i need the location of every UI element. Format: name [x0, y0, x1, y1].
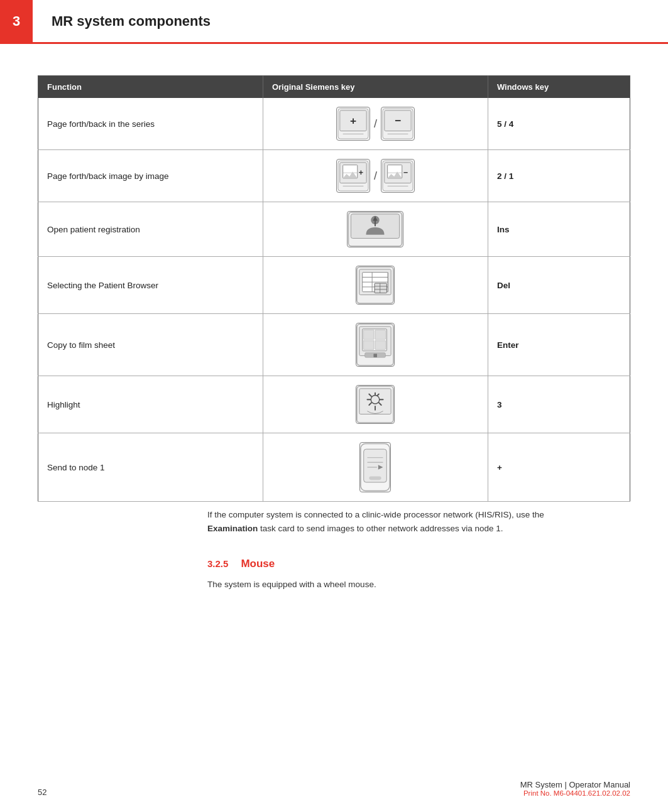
table-row: Page forth/back in the series + / [38, 98, 630, 150]
table-row: Copy to film sheet [38, 314, 630, 376]
svg-point-50 [371, 395, 380, 404]
key-highlight-icon [356, 385, 395, 424]
function-cell: Selecting the Patient Browser [38, 257, 263, 314]
table-row: Page forth/back image by image + [38, 150, 630, 202]
table-row: Open patient registration [38, 202, 630, 257]
key-img-minus-icon: − [381, 159, 415, 193]
function-cell: Copy to film sheet [38, 314, 263, 376]
section-title: Mouse [241, 558, 275, 570]
key-pair: + / − [272, 159, 479, 193]
page-header: 3 MR system components [0, 0, 668, 44]
table-row: Send to node 1 [38, 433, 630, 502]
svg-text:▦: ▦ [373, 353, 378, 357]
footer-page-number: 52 [38, 788, 47, 797]
key-browser-icon [356, 266, 395, 305]
svg-rect-45 [375, 340, 385, 350]
svg-rect-44 [364, 340, 374, 350]
svg-text:+: + [359, 168, 363, 177]
key-pair: + / − [272, 107, 479, 141]
section-number: 3.2.5 [207, 558, 228, 569]
key-icon-cell [263, 257, 488, 314]
svg-rect-43 [375, 330, 385, 340]
keys-table: Function Original Siemens key Windows ke… [38, 75, 630, 502]
key-separator: / [374, 117, 377, 131]
win-key-cell: Enter [488, 314, 630, 376]
col-function: Function [38, 76, 263, 99]
section-body: The system is equipped with a wheel mous… [207, 578, 572, 592]
function-cell: Highlight [38, 376, 263, 433]
function-cell: Send to node 1 [38, 433, 263, 502]
note-block: If the computer system is connected to a… [207, 508, 572, 535]
win-key-cell: 5 / 4 [488, 98, 630, 150]
note-bold-text: Examination [207, 524, 258, 533]
col-siemens-key: Original Siemens key [263, 76, 488, 99]
key-img-plus-icon: + [336, 159, 370, 193]
section-heading: 3.2.5 Mouse [207, 558, 630, 570]
win-key-cell: Del [488, 257, 630, 314]
col-windows-key: Windows key [488, 76, 630, 99]
note-text-before: If the computer system is connected to a… [207, 510, 544, 519]
table-row: Selecting the Patient Browser [38, 257, 630, 314]
key-icon-cell [263, 202, 488, 257]
svg-text:−: − [395, 114, 401, 127]
key-icon-cell: + / − [263, 150, 488, 202]
footer-product: MR System | Operator Manual [520, 780, 630, 789]
key-filmsheet-icon: ▦ [356, 323, 395, 367]
note-text-after: task card to send images to other networ… [258, 524, 503, 533]
table-row: Highlight 3 [38, 376, 630, 433]
svg-rect-35 [375, 283, 386, 293]
key-sendnode-icon [359, 442, 391, 492]
key-icon-cell: ▦ [263, 314, 488, 376]
key-icon-cell [263, 376, 488, 433]
win-key-cell: + [488, 433, 630, 502]
function-cell: Page forth/back in the series [38, 98, 263, 150]
key-minus-icon: − [381, 107, 415, 141]
footer-print-no: Print No. M6-04401.621.02.02.02 [520, 789, 630, 797]
chapter-title: MR system components [33, 13, 211, 30]
key-icon-cell [263, 433, 488, 502]
chapter-number: 3 [0, 0, 33, 43]
svg-rect-57 [370, 476, 381, 480]
key-separator: / [374, 170, 377, 183]
function-cell: Open patient registration [38, 202, 263, 257]
win-key-cell: Ins [488, 202, 630, 257]
table-header-row: Function Original Siemens key Windows ke… [38, 76, 630, 99]
svg-text:−: − [403, 168, 408, 177]
svg-rect-42 [364, 330, 374, 340]
win-key-cell: 2 / 1 [488, 150, 630, 202]
key-plus-icon: + [336, 107, 370, 141]
function-cell: Page forth/back image by image [38, 150, 263, 202]
win-key-cell: 3 [488, 376, 630, 433]
main-content: Function Original Siemens key Windows ke… [0, 44, 668, 610]
svg-text:+: + [350, 114, 356, 127]
key-registration-icon [347, 211, 403, 247]
footer-right: MR System | Operator Manual Print No. M6… [520, 780, 630, 797]
key-icon-cell: + / − [263, 98, 488, 150]
page-footer: 52 MR System | Operator Manual Print No.… [38, 780, 630, 797]
